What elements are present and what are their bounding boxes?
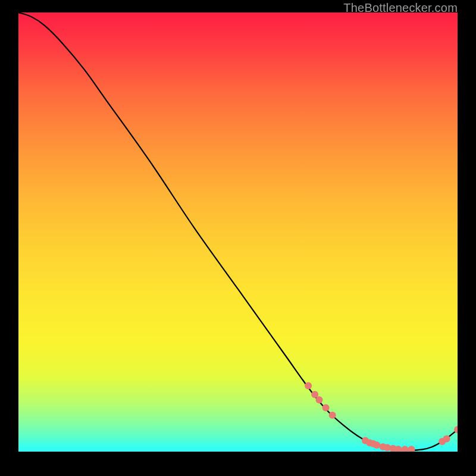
- chart-overlay: [18, 12, 458, 452]
- data-marker: [316, 396, 323, 403]
- data-marker: [322, 404, 330, 411]
- data-marker: [401, 446, 408, 452]
- data-marker: [329, 412, 336, 419]
- data-marker: [443, 436, 450, 443]
- data-marker: [373, 441, 380, 449]
- bottleneck-curve: [18, 12, 458, 450]
- data-markers: [305, 382, 458, 452]
- data-marker: [408, 446, 415, 452]
- data-marker: [305, 382, 312, 389]
